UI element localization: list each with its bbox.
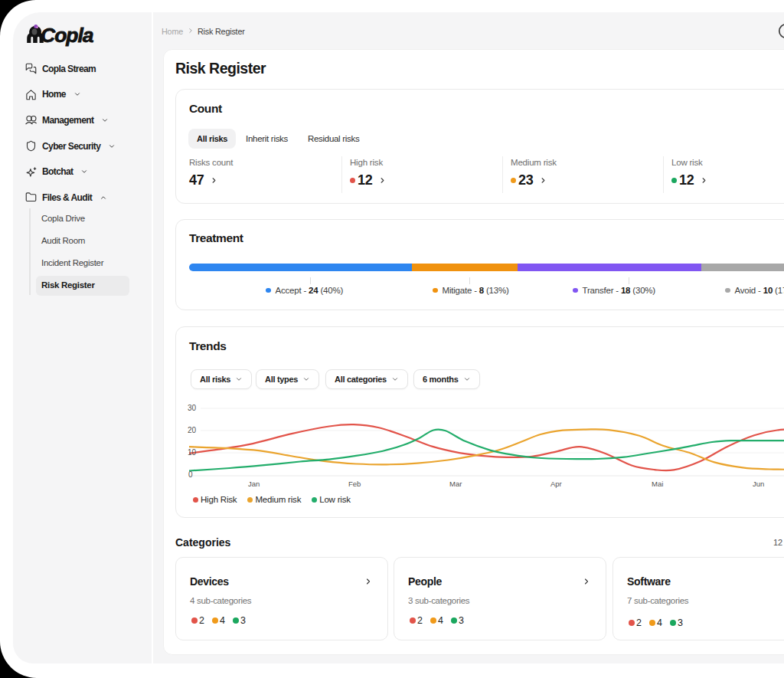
svg-text:Copla: Copla [41, 24, 93, 47]
